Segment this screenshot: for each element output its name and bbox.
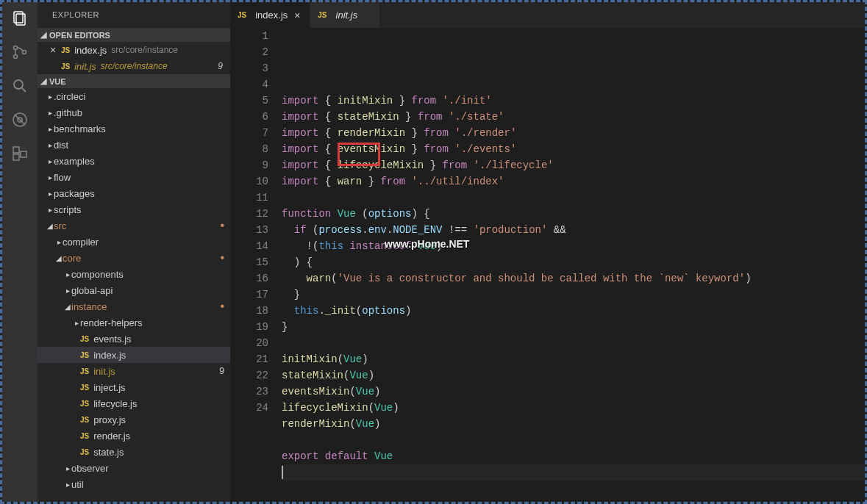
- tree-file[interactable]: JS render.js: [38, 428, 230, 444]
- line-number: 21: [230, 351, 268, 367]
- open-editor-path: src/core/instance: [111, 45, 178, 55]
- file-tree: ▸ .circleci ▸ .github ▸ benchmarks ▸ dis…: [38, 88, 230, 502]
- code-line[interactable]: !(this instanceof Vue): [282, 238, 865, 254]
- code-line[interactable]: initMixin(Vue): [282, 351, 865, 367]
- code-line[interactable]: import { stateMixin } from './state': [282, 109, 865, 125]
- tree-folder[interactable]: ▸ .github: [38, 104, 230, 120]
- line-number: 19: [230, 319, 268, 335]
- modified-dot-icon: •: [220, 303, 224, 310]
- open-editor-filename: index.js: [74, 45, 107, 56]
- tree-file[interactable]: JS state.js: [38, 444, 230, 460]
- line-number: 9: [230, 157, 268, 173]
- code-line[interactable]: export default Vue: [282, 448, 865, 464]
- chevron-right-icon: ▸: [64, 464, 71, 472]
- tree-folder[interactable]: ◢ src •: [38, 217, 230, 234]
- chevron-right-icon: ▸: [46, 190, 54, 198]
- explorer-icon[interactable]: [10, 8, 30, 29]
- code-line[interactable]: import { warn } from '../util/index': [282, 173, 865, 190]
- tree-file[interactable]: JS events.js: [38, 331, 230, 347]
- code-line[interactable]: this._init(options): [282, 303, 865, 319]
- code-line[interactable]: warn('Vue is a constructor and should be…: [282, 270, 865, 287]
- close-icon[interactable]: ×: [48, 44, 58, 56]
- code-line[interactable]: [282, 464, 865, 480]
- line-number: 8: [230, 141, 268, 157]
- code-line[interactable]: function Vue (options) {: [282, 206, 865, 222]
- editor-tabs: JS index.js ×JS init.js: [230, 2, 865, 28]
- editor[interactable]: 123456789101112131415161718192021222324 …: [230, 28, 865, 502]
- modified-dot-icon: •: [220, 254, 224, 262]
- tree-file[interactable]: JS proxy.js: [38, 411, 230, 428]
- line-number: 13: [230, 222, 268, 238]
- js-file-icon: JS: [80, 351, 89, 359]
- line-number: 18: [230, 303, 268, 319]
- tree-folder[interactable]: ▸ packages: [38, 185, 230, 201]
- editor-tab[interactable]: JS index.js ×: [230, 2, 310, 28]
- code-line[interactable]: lifecycleMixin(Vue): [282, 400, 865, 416]
- tree-folder[interactable]: ▸ .circleci: [38, 88, 230, 104]
- editor-tab[interactable]: JS init.js: [310, 2, 380, 28]
- line-number: 23: [230, 384, 268, 400]
- code-line[interactable]: }: [282, 319, 865, 335]
- tree-file[interactable]: JS lifecycle.js: [38, 395, 230, 411]
- open-editor-item[interactable]: JS init.js src/core/instance 9: [38, 58, 230, 74]
- chevron-right-icon: ▸: [64, 270, 71, 278]
- tree-folder[interactable]: ◢ core •: [38, 250, 230, 266]
- tree-file[interactable]: JS init.js 9: [38, 363, 230, 379]
- chevron-down-icon: ◢: [64, 303, 71, 311]
- code-line[interactable]: import { lifecycleMixin } from './lifecy…: [282, 157, 865, 173]
- chevron-down-icon: ◢: [40, 76, 49, 86]
- line-number: 6: [230, 109, 268, 125]
- close-icon[interactable]: ×: [292, 10, 302, 21]
- code-line[interactable]: renderMixin(Vue): [282, 416, 865, 432]
- project-header[interactable]: ◢ VUE: [38, 74, 230, 88]
- js-file-icon: JS: [80, 432, 89, 440]
- tree-folder[interactable]: ▸ util: [38, 476, 230, 492]
- svg-point-3: [14, 55, 18, 59]
- code-line[interactable]: if (process.env.NODE_ENV !== 'production…: [282, 222, 865, 238]
- tree-folder[interactable]: ▸ flow: [38, 169, 230, 185]
- code-content[interactable]: www.pHome.NET import { initMixin } from …: [282, 28, 865, 502]
- code-line[interactable]: [282, 190, 865, 206]
- tree-file[interactable]: JS inject.js: [38, 379, 230, 395]
- debug-icon[interactable]: [10, 109, 30, 130]
- tree-folder[interactable]: ▸ global-api: [38, 282, 230, 298]
- open-editors-header[interactable]: ◢ OPEN EDITORS: [38, 28, 230, 42]
- tree-folder[interactable]: ▸ examples: [38, 153, 230, 169]
- modified-dot-icon: •: [220, 222, 224, 229]
- tree-folder-label: scripts: [54, 204, 82, 215]
- tree-folder[interactable]: ◢ instance •: [38, 298, 230, 314]
- tree-folder[interactable]: ▸ scripts: [38, 201, 230, 217]
- activity-bar: [2, 2, 38, 502]
- chevron-right-icon: ▸: [46, 109, 54, 117]
- tree-folder-label: .circleci: [54, 91, 85, 102]
- tree-folder-label: global-api: [71, 285, 113, 296]
- tree-file[interactable]: JS index.js: [38, 347, 230, 363]
- source-control-icon[interactable]: [10, 42, 30, 62]
- code-line[interactable]: stateMixin(Vue): [282, 367, 865, 384]
- js-file-icon: JS: [80, 367, 89, 375]
- tree-folder[interactable]: ▸ render-helpers: [38, 314, 230, 331]
- code-line[interactable]: [282, 335, 865, 351]
- tree-folder-label: instance: [71, 301, 107, 312]
- code-line[interactable]: [282, 432, 865, 448]
- tree-folder[interactable]: ▸ compiler: [38, 234, 230, 250]
- code-line[interactable]: ) {: [282, 254, 865, 270]
- code-line[interactable]: import { renderMixin } from './render': [282, 125, 865, 141]
- tree-folder[interactable]: ▸ components: [38, 266, 230, 282]
- tree-file-label: inject.js: [93, 382, 125, 393]
- tree-folder[interactable]: ▸ dist: [38, 137, 230, 153]
- code-line[interactable]: eventsMixin(Vue): [282, 384, 865, 400]
- extensions-icon[interactable]: [10, 143, 30, 164]
- chevron-down-icon: ◢: [46, 222, 54, 230]
- open-editor-path: src/core/instance: [101, 61, 168, 71]
- js-file-icon: JS: [61, 46, 70, 54]
- line-number: 17: [230, 287, 268, 303]
- tree-folder[interactable]: ▸ benchmarks: [38, 120, 230, 137]
- code-line[interactable]: import { eventsMixin } from './events': [282, 141, 865, 157]
- chevron-right-icon: ▸: [46, 141, 54, 149]
- open-editor-item[interactable]: × JS index.js src/core/instance: [38, 42, 230, 58]
- code-line[interactable]: import { initMixin } from './init': [282, 93, 865, 109]
- tree-folder[interactable]: ▸ observer: [38, 460, 230, 476]
- code-line[interactable]: }: [282, 287, 865, 303]
- search-icon[interactable]: [10, 76, 30, 96]
